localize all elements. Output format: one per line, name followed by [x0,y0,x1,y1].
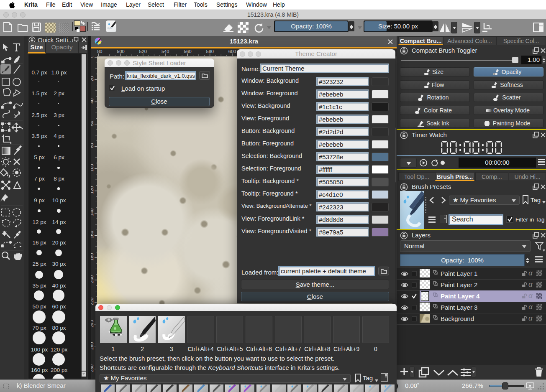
svg-text:600: 600 [228,49,236,54]
svg-text:80: 80 [91,143,94,148]
svg-text:560: 560 [184,49,191,54]
svg-text:180: 180 [91,253,94,261]
svg-text:160: 160 [91,231,94,238]
svg-text:540: 540 [161,49,169,54]
svg-text:580: 580 [206,49,214,54]
svg-text:280: 280 [91,364,94,372]
svg-text:520: 520 [139,49,147,54]
svg-text:500: 500 [117,49,124,54]
svg-text:140: 140 [91,209,94,216]
svg-text:240: 240 [91,320,94,327]
svg-text:20: 20 [91,76,94,81]
svg-text:60: 60 [91,121,94,126]
svg-text:220: 220 [91,298,94,305]
svg-text:260: 260 [91,342,94,350]
svg-text:120: 120 [91,186,94,194]
svg-text:200: 200 [91,275,94,283]
svg-text:480: 480 [97,49,102,54]
svg-text:0: 0 [91,56,94,58]
svg-text:100: 100 [91,164,94,171]
svg-text:40: 40 [91,98,94,103]
